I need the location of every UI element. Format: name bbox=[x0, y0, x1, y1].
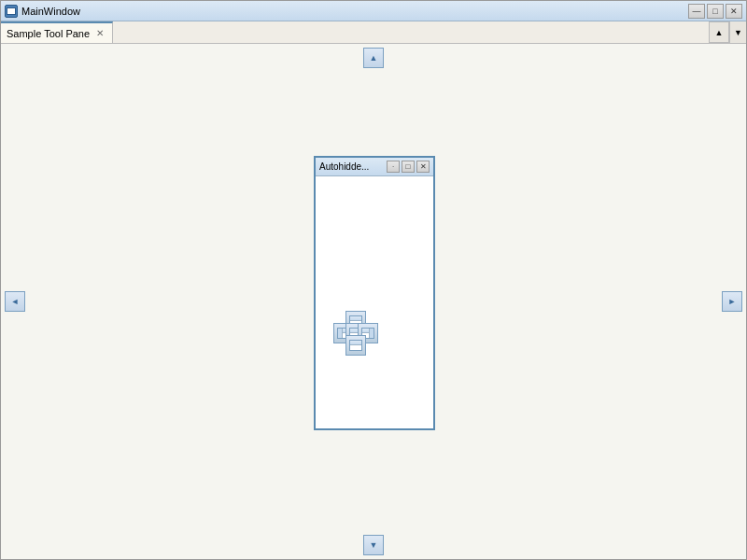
panel-restore-button[interactable]: □ bbox=[402, 161, 415, 173]
maximize-button[interactable]: □ bbox=[707, 4, 724, 19]
dock-bottom-icon bbox=[349, 340, 362, 351]
tab-label: Sample Tool Pane bbox=[7, 28, 90, 39]
app-icon bbox=[5, 5, 18, 18]
tab-close-button[interactable]: ✕ bbox=[93, 27, 106, 40]
dock-top-arrow[interactable]: ▲ bbox=[363, 48, 384, 68]
panel-title-bar: Autohidde... · □ ✕ bbox=[316, 158, 433, 176]
tab-sample-tool-pane[interactable]: Sample Tool Pane ✕ bbox=[1, 21, 113, 43]
main-content-area: ▲ ▼ ◄ ► Autohidde... · □ ✕ bbox=[1, 44, 746, 559]
tab-dropdown-button[interactable]: ▼ bbox=[729, 21, 746, 43]
dock-bottom-arrow[interactable]: ▼ bbox=[363, 535, 384, 555]
close-button[interactable]: ✕ bbox=[726, 4, 742, 19]
panel-title: Autohidde... bbox=[319, 161, 385, 172]
dock-compass bbox=[318, 296, 393, 371]
dock-compass-down[interactable] bbox=[345, 335, 366, 356]
dock-right-arrow[interactable]: ► bbox=[722, 291, 742, 312]
window-controls: — □ ✕ bbox=[688, 4, 742, 19]
minimize-button[interactable]: — bbox=[688, 4, 705, 19]
tab-scroll-up-button[interactable]: ▲ bbox=[709, 21, 729, 43]
tab-bar: Sample Tool Pane ✕ ▲ ▼ bbox=[1, 21, 746, 44]
window-title: MainWindow bbox=[21, 6, 688, 17]
panel-close-button[interactable]: ✕ bbox=[416, 161, 430, 173]
tab-spacer bbox=[113, 21, 709, 43]
dock-left-arrow[interactable]: ◄ bbox=[5, 291, 25, 312]
floating-panel: Autohidde... · □ ✕ bbox=[314, 156, 435, 430]
title-bar: MainWindow — □ ✕ bbox=[1, 1, 746, 21]
panel-pin-button[interactable]: · bbox=[387, 161, 400, 173]
main-window: MainWindow — □ ✕ Sample Tool Pane ✕ ▲ ▼ … bbox=[0, 0, 747, 560]
